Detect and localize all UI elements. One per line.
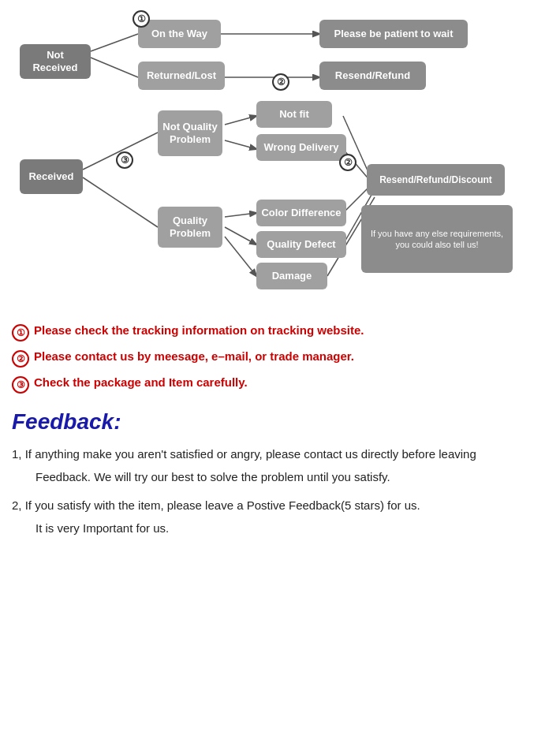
feedback-section: Feedback: 1, If anything make you aren't… [12, 409, 548, 537]
instr-text-1: Please check the tracking information on… [34, 323, 364, 337]
feedback-indent-1: Feedback. We will try our best to solve … [35, 468, 548, 487]
instruction-2: ② Please contact us by meesage, e–mail, … [12, 349, 548, 368]
svg-line-6 [225, 116, 256, 125]
received-box: Received [20, 159, 83, 194]
svg-line-9 [225, 227, 256, 244]
not-received-box: Not Received [20, 44, 91, 79]
instruction-3: ③ Check the package and Item carefully. [12, 375, 548, 394]
feedback-prefix-2: 2, [12, 498, 25, 512]
svg-line-5 [83, 177, 158, 227]
instr-num-2: ② [12, 350, 29, 368]
resend-refund1-box: Resend/Refund [319, 62, 426, 90]
instr-text-2: Please contact us by meesage, e–mail, or… [34, 349, 354, 363]
else-requirements-box: If you have any else requirements, you c… [361, 205, 513, 273]
flowchart: Not Received On the Way Returned/Lost Pl… [12, 8, 548, 315]
feedback-item-2: 2, If you satisfy with the item, please … [12, 497, 548, 537]
svg-line-1 [91, 58, 138, 77]
feedback-main-1: If anything make you aren't satisfied or… [25, 447, 476, 461]
color-diff-box: Color Difference [256, 200, 346, 226]
feedback-item-1: 1, If anything make you aren't satisfied… [12, 446, 548, 486]
instructions-section: ① Please check the tracking information … [12, 323, 548, 394]
instr-num-3: ③ [12, 376, 29, 394]
svg-line-8 [225, 213, 256, 217]
feedback-prefix-1: 1, [12, 447, 25, 461]
quality-defect-box: Quality Defect [256, 231, 346, 258]
resend-discount-box: Resend/Refund/Discount [367, 164, 505, 196]
circle-1-top: ① [133, 10, 150, 28]
patient-wait-box: Please be patient to wait [319, 20, 468, 48]
feedback-main-2: If you satisfy with the item, please lea… [25, 498, 420, 512]
feedback-title: Feedback: [12, 409, 548, 435]
feedback-indent-2: It is very Important for us. [35, 520, 548, 538]
returned-lost-box: Returned/Lost [138, 62, 225, 90]
svg-line-0 [91, 34, 138, 51]
damage-box: Damage [256, 263, 327, 289]
svg-line-7 [225, 140, 256, 149]
circle-2-right: ② [339, 154, 357, 171]
wrong-delivery-box: Wrong Delivery [256, 134, 346, 161]
quality-problem-box: Quality Problem [158, 207, 222, 248]
on-the-way-box: On the Way [138, 20, 221, 48]
circle-2-mid: ② [272, 73, 289, 91]
circle-3: ③ [116, 151, 133, 169]
not-quality-box: Not Quality Problem [158, 110, 222, 156]
not-fit-box: Not fit [256, 101, 332, 128]
svg-line-10 [225, 237, 256, 276]
instruction-1: ① Please check the tracking information … [12, 323, 548, 342]
instr-text-3: Check the package and Item carefully. [34, 375, 248, 389]
instr-num-1: ① [12, 324, 29, 342]
